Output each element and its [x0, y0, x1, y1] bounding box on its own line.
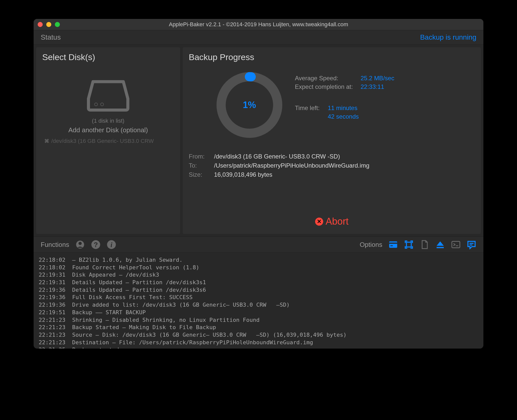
progress-percent: 1% [214, 70, 285, 140]
to-label: To: [189, 162, 214, 169]
time-left-seconds: 42 seconds [328, 113, 359, 120]
select-disk-title: Select Disk(s) [42, 52, 174, 62]
size-value: 16,039,018,496 bytes [214, 171, 272, 178]
minimize-window-button[interactable] [46, 22, 51, 27]
options-label: Options [360, 241, 382, 249]
close-window-button[interactable] [38, 22, 43, 27]
svg-rect-13 [390, 245, 393, 246]
avg-speed-label: Average Speed: [295, 75, 361, 82]
main-content: Select Disk(s) (1 disk in list) Add anot… [34, 45, 483, 237]
from-label: From: [189, 153, 214, 160]
svg-text:?: ? [94, 241, 98, 249]
eta-value: 22:33:11 [361, 83, 384, 90]
time-left-label: Time left: [295, 104, 328, 112]
from-value: /dev/disk3 (16 GB Generic- USB3.0 CRW -S… [214, 153, 340, 160]
progress-stats: Average Speed: 25.2 MB/sec Expect comple… [295, 70, 475, 122]
add-disk-label: Add another Disk (optional) [68, 126, 148, 134]
option-fullscreen-icon[interactable] [404, 240, 414, 249]
window-title: ApplePi-Baker v2.2.1 - ©2014-2019 Hans L… [34, 21, 483, 28]
backup-progress-panel: Backup Progress 1% Average Speed: 25.2 M… [183, 47, 481, 234]
progress-row: 1% Average Speed: 25.2 MB/sec Expect com… [189, 70, 475, 140]
app-window: ApplePi-Baker v2.2.1 - ©2014-2019 Hans L… [34, 19, 483, 349]
disk-drop-area[interactable]: (1 disk in list) Add another Disk (optio… [42, 77, 174, 145]
functions-group: Functions ? i [41, 240, 116, 249]
option-terminal-icon[interactable] [451, 240, 461, 249]
avg-speed-value: 25.2 MB/sec [361, 75, 394, 82]
select-disk-panel: Select Disk(s) (1 disk in list) Add anot… [36, 47, 180, 234]
time-left-minutes: 11 minutes [328, 104, 357, 112]
disk-function-icon[interactable] [75, 240, 85, 249]
svg-rect-12 [389, 243, 397, 244]
abort-label: Abort [326, 216, 349, 227]
zoom-window-button[interactable] [55, 22, 60, 27]
backup-details: From: /dev/disk3 (16 GB Generic- USB3.0 … [189, 153, 475, 178]
svg-rect-11 [389, 241, 397, 248]
to-value: /Users/patrick/RaspberryPiPiHoleUnboundW… [214, 162, 369, 169]
option-card-icon[interactable] [388, 240, 398, 249]
titlebar[interactable]: ApplePi-Baker v2.2.1 - ©2014-2019 Hans L… [34, 19, 483, 30]
svg-point-1 [95, 103, 98, 106]
disk-count-label: (1 disk in list) [92, 118, 124, 124]
toolbar: Functions ? i Options [34, 237, 483, 253]
status-label: Status [41, 33, 61, 41]
log-output[interactable]: 22:18:02 – BZ2lib 1.0.6, by Julian Sewar… [34, 253, 483, 349]
options-group: Options [360, 240, 476, 249]
progress-ring: 1% [214, 70, 285, 140]
remove-disk-icon[interactable]: ✖ [44, 138, 49, 145]
help-icon[interactable]: ? [91, 240, 101, 249]
status-message: Backup is running [420, 33, 476, 41]
window-controls [38, 22, 60, 27]
svg-rect-15 [437, 247, 444, 248]
backup-progress-title: Backup Progress [189, 52, 475, 62]
status-bar: Status Backup is running [34, 30, 483, 45]
eta-label: Expect completion at: [295, 83, 361, 90]
info-icon[interactable]: i [107, 240, 116, 249]
disk-list-item[interactable]: ✖ /dev/disk3 (16 GB Generic- USB3.0 CRW [42, 138, 174, 145]
functions-label: Functions [41, 241, 69, 249]
disk-item-label: /dev/disk3 (16 GB Generic- USB3.0 CRW [51, 138, 154, 144]
svg-rect-14 [407, 242, 411, 247]
option-eject-icon[interactable] [435, 240, 445, 249]
option-chat-icon[interactable] [467, 240, 476, 249]
size-label: Size: [189, 171, 214, 178]
harddrive-icon [85, 77, 131, 114]
abort-button[interactable]: ✕ Abort [183, 216, 481, 227]
svg-point-6 [78, 242, 82, 245]
svg-rect-16 [452, 241, 460, 248]
svg-text:i: i [110, 241, 112, 249]
abort-icon: ✕ [315, 218, 323, 226]
option-file-icon[interactable] [420, 240, 429, 249]
svg-point-2 [101, 103, 104, 106]
